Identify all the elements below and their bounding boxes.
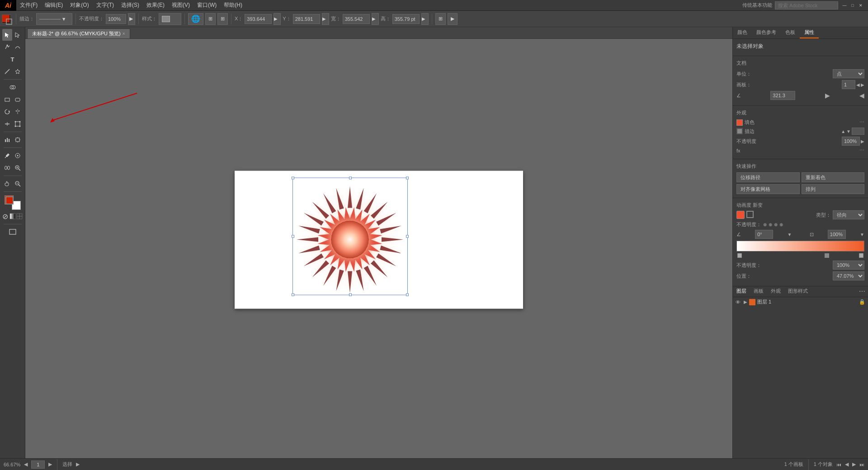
menu-text[interactable]: 文字(T) — [93, 0, 118, 11]
curvature-tool[interactable] — [13, 41, 23, 53]
close-button[interactable]: ✕ — [857, 2, 864, 9]
menu-select[interactable]: 选择(S) — [118, 0, 143, 11]
align-btn[interactable]: ⊞ — [435, 13, 446, 25]
rect-tool[interactable] — [2, 94, 12, 105]
globe-icon-btn[interactable]: 🌐 — [188, 13, 203, 25]
h-input[interactable] — [392, 14, 420, 24]
direct-select-tool[interactable] — [13, 29, 23, 41]
rotation-collapse[interactable]: ◀ — [859, 92, 864, 99]
tab-close-btn[interactable]: × — [123, 31, 125, 36]
eyedropper-tool[interactable] — [2, 150, 12, 161]
grid-btn[interactable]: ⊞ — [217, 13, 228, 25]
grad-type-select[interactable]: 径向 — [833, 210, 864, 219]
page-num-input[interactable] — [31, 461, 45, 469]
stroke-color-box[interactable] — [852, 128, 864, 135]
artboard-tool[interactable] — [13, 134, 23, 146]
x-input[interactable] — [245, 14, 272, 24]
grad-color[interactable] — [9, 210, 16, 222]
tab-color[interactable]: 颜色 — [733, 27, 752, 38]
measure-tool[interactable] — [13, 150, 23, 161]
fill-more[interactable]: ⋯ — [859, 119, 864, 125]
w-input[interactable] — [343, 14, 370, 24]
y-input[interactable] — [293, 14, 320, 24]
nav-prev[interactable]: ◀ — [845, 461, 849, 467]
stroke-btn[interactable]: ────── ▼ — [36, 13, 72, 25]
x-arrow[interactable]: ▶ — [274, 13, 281, 25]
layer-lock-icon[interactable]: 🔒 — [859, 299, 865, 305]
y-arrow[interactable]: ▶ — [322, 13, 329, 25]
artwork-sun[interactable] — [235, 171, 523, 309]
tab-properties[interactable]: 属性 — [800, 27, 819, 38]
hand-tool[interactable] — [2, 178, 12, 190]
w-arrow[interactable]: ▶ — [372, 13, 379, 25]
rotation-input[interactable] — [770, 91, 795, 100]
page-nav-back[interactable]: ◀ — [24, 461, 28, 467]
opacity-arrow[interactable]: ▶ — [861, 139, 864, 144]
maximize-button[interactable]: □ — [849, 2, 856, 9]
page-arrow-left[interactable]: ◀ — [856, 82, 860, 87]
line-tool[interactable] — [2, 66, 12, 77]
grad-stop-right[interactable] — [859, 253, 863, 258]
layers-tab[interactable]: 图层 — [733, 286, 750, 297]
nav-last[interactable]: ⏭ — [859, 462, 864, 467]
search-input[interactable] — [775, 1, 838, 9]
fx-label[interactable]: fx — [736, 148, 741, 153]
position-select[interactable]: 47.07% — [833, 271, 864, 280]
zoom-out-tool[interactable] — [13, 178, 23, 190]
arrange-btn[interactable]: 排列 — [802, 184, 865, 194]
grad-opac-arrow[interactable]: ▼ — [860, 232, 864, 237]
rotation-expand[interactable]: ▶ — [825, 92, 830, 99]
minimize-button[interactable]: — — [841, 2, 848, 9]
menu-file[interactable]: 文件(F) — [16, 0, 41, 11]
grad-angle-arrow[interactable]: ▼ — [787, 232, 792, 237]
nav-next[interactable]: ▶ — [852, 461, 856, 467]
select-tool[interactable] — [2, 29, 12, 41]
layers-more-btn[interactable]: ⋯ — [856, 286, 868, 297]
artboards-tab[interactable]: 画板 — [750, 286, 767, 297]
opacity-value[interactable] — [842, 137, 860, 146]
menu-object[interactable]: 对象(O) — [66, 0, 92, 11]
nav-first[interactable]: ⏮ — [836, 462, 841, 467]
reflect-tool[interactable] — [13, 106, 23, 118]
menu-effect[interactable]: 效果(E) — [143, 0, 168, 11]
relocate-path-btn[interactable]: 位移路径 — [736, 172, 800, 182]
more-btn[interactable]: ▶ — [448, 13, 458, 25]
align-pixel-btn[interactable]: 对齐像素网格 — [736, 184, 800, 194]
zoom-tool[interactable] — [13, 162, 23, 174]
star-tool[interactable] — [13, 66, 23, 77]
menu-view[interactable]: 视图(V) — [168, 0, 193, 11]
shape-builder[interactable] — [2, 81, 23, 93]
tab-swatches[interactable]: 色板 — [781, 27, 800, 38]
h-arrow[interactable]: ▶ — [421, 13, 429, 25]
change-screen-mode[interactable] — [2, 226, 23, 238]
menu-window[interactable]: 窗口(W) — [193, 0, 220, 11]
grad-stop-left[interactable] — [737, 253, 742, 258]
appearance-tab[interactable]: 外观 — [767, 286, 784, 297]
style-btn[interactable] — [159, 13, 181, 25]
gradient-opacity-input[interactable] — [828, 230, 846, 239]
fill-color-swatch[interactable] — [2, 14, 11, 24]
pattern-color[interactable] — [16, 210, 23, 222]
rotate-tool[interactable] — [2, 106, 12, 118]
menu-help[interactable]: 帮助(H) — [220, 0, 246, 11]
page-input[interactable] — [842, 80, 855, 89]
page-arrow-right[interactable]: ▶ — [861, 82, 864, 87]
stroke-box[interactable] — [5, 196, 14, 204]
transform-btn[interactable]: ⊞ — [205, 13, 216, 25]
page-nav-fwd[interactable]: ▶ — [48, 461, 52, 467]
layer-expand-icon[interactable]: ▶ — [744, 299, 747, 304]
none-color[interactable]: ⊘ — [2, 210, 9, 222]
layer-row-1[interactable]: 👁 ▶ 图层 1 🔒 — [733, 297, 868, 307]
type-tool[interactable]: T — [2, 53, 23, 65]
grad-fill-swatch[interactable] — [736, 211, 745, 219]
menu-edit[interactable]: 编辑(E) — [41, 0, 66, 11]
gradient-bar[interactable] — [736, 241, 864, 252]
pen-tool[interactable] — [2, 41, 12, 53]
opacity-input[interactable] — [106, 14, 126, 24]
tab-color-ref[interactable]: 颜色参考 — [752, 27, 781, 38]
width-tool[interactable] — [2, 118, 12, 130]
grad-stop-mid[interactable] — [825, 253, 829, 258]
rounded-rect-tool[interactable] — [13, 94, 23, 105]
stroke-up[interactable]: ▲ — [841, 129, 845, 134]
recolor-btn[interactable]: 重新着色 — [802, 172, 865, 182]
